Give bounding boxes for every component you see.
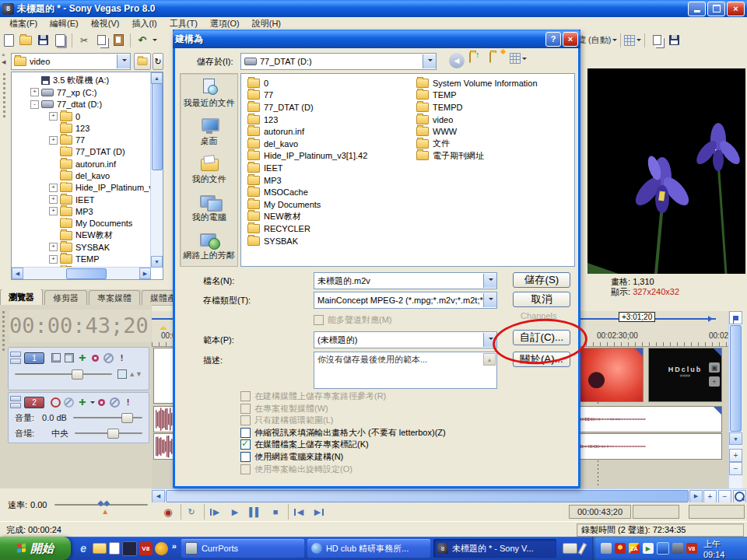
tray-antivirus-icon[interactable] xyxy=(615,543,626,554)
tree-item[interactable]: NEW教材 xyxy=(12,229,163,241)
timeline-horizontal-scrollbar[interactable]: ◀ ▶ + − xyxy=(152,488,747,503)
track-composite-icon[interactable] xyxy=(64,353,74,363)
filename-dropdown-button[interactable] xyxy=(483,274,496,288)
places-bar-item[interactable]: 網路上的芳鄰 xyxy=(181,226,237,264)
quicklaunch-document-icon[interactable] xyxy=(109,542,120,555)
copy-snapshot-icon[interactable] xyxy=(648,32,665,48)
new-folder-button[interactable] xyxy=(489,53,507,68)
quick-launch-overflow-icon[interactable]: » xyxy=(172,541,177,551)
pause-button[interactable]: ▌▌ xyxy=(245,504,265,520)
file-list-item[interactable]: System Volume Information xyxy=(416,77,538,89)
checkbox-icon[interactable] xyxy=(240,464,251,474)
file-list-item[interactable]: autorun.inf xyxy=(247,125,367,138)
tree-item[interactable]: 123 xyxy=(12,122,163,134)
multichannel-checkbox[interactable]: 能多聲道對應(M) xyxy=(314,314,392,326)
up-one-level-button[interactable]: ↑ xyxy=(469,53,486,68)
tree-item[interactable]: autorun.inf xyxy=(12,158,163,170)
tree-vertical-scrollbar[interactable]: ▲ ▼ xyxy=(150,72,163,268)
tree-item[interactable]: + TEMP xyxy=(12,253,163,264)
tray-player-icon[interactable]: ▶ xyxy=(643,543,654,554)
dialog-help-button[interactable]: ? xyxy=(545,32,561,47)
tree-item[interactable]: + 77_xp (C:) xyxy=(12,86,163,98)
composite-level-slider[interactable] xyxy=(15,373,112,375)
play-from-start-button[interactable]: ▶ xyxy=(204,504,225,520)
render-option-checkbox[interactable]: 在專案複製媒體(W) xyxy=(240,403,328,415)
refresh-button[interactable]: ↻ xyxy=(153,53,163,70)
tree-expander[interactable]: + xyxy=(49,243,58,251)
loop-playback-button[interactable]: ↻ xyxy=(181,504,202,520)
automation-settings-icon[interactable] xyxy=(96,397,107,408)
menu-item[interactable]: 工具(T) xyxy=(163,17,204,30)
scroll-left-icon[interactable]: ◀ xyxy=(12,268,23,279)
zoom-out-button[interactable]: − xyxy=(718,490,731,503)
event-corner-handle[interactable] xyxy=(714,407,721,415)
mute-icon[interactable] xyxy=(103,353,114,363)
tree-item[interactable]: + IEET xyxy=(12,194,163,205)
tree-expander[interactable]: + xyxy=(49,184,58,192)
cut-icon[interactable]: ✂ xyxy=(75,32,93,48)
collapse-track-icon[interactable]: ▼ xyxy=(135,370,142,378)
render-option-checkbox[interactable]: 在媒體檔案上儲存專案標記(K) xyxy=(240,439,369,450)
file-list-item[interactable]: 0 xyxy=(247,77,367,89)
dock-tab[interactable]: 媒體產生器 xyxy=(142,290,173,305)
minimize-button[interactable] xyxy=(688,2,706,16)
slider-thumb[interactable] xyxy=(121,413,133,423)
checkbox-icon[interactable] xyxy=(240,439,251,450)
event-fx-icon[interactable]: + xyxy=(709,376,720,387)
dock-tab[interactable]: 瀏覽器 xyxy=(0,289,43,305)
places-bar-item[interactable]: 我的文件 xyxy=(181,150,237,188)
scroll-right-icon[interactable]: ▶ xyxy=(689,490,703,503)
tree-item[interactable]: + Hide_IP_Platinum_v3[1].42 xyxy=(12,182,163,194)
render-option-checkbox[interactable]: 使用專案輸出旋轉設定(O) xyxy=(240,464,352,475)
invert-phase-icon[interactable] xyxy=(64,397,74,408)
bypass-motion-blur-icon[interactable] xyxy=(51,353,61,363)
preview-quality-dropdown[interactable]: 覽 (自動) xyxy=(577,34,611,46)
address-combobox[interactable]: video xyxy=(11,53,131,70)
marker-flag-button[interactable] xyxy=(729,311,742,324)
project-properties-icon[interactable] xyxy=(51,32,68,48)
scrollbar-thumb[interactable] xyxy=(730,325,742,432)
arm-record-icon[interactable] xyxy=(51,397,61,408)
zoom-tool-button[interactable] xyxy=(733,490,746,503)
menu-item[interactable]: 選項(O) xyxy=(204,17,246,30)
up-one-level-button[interactable] xyxy=(134,53,151,70)
tree-expander[interactable]: + xyxy=(49,255,58,264)
tree-item[interactable]: 77_DTAT (D) xyxy=(12,146,163,158)
menu-item[interactable]: 檢視(V) xyxy=(85,17,126,30)
tree-expander[interactable]: - xyxy=(30,100,39,109)
event-pan-crop-icon[interactable]: ▣ xyxy=(709,362,720,373)
menu-item[interactable]: 檔案(F) xyxy=(3,17,44,30)
start-button[interactable]: 開始 xyxy=(0,537,71,560)
taskbar-window-button[interactable]: CurrPorts xyxy=(181,539,304,558)
rate-slider-handle[interactable]: ◆◆ xyxy=(97,499,109,507)
transport-timecode[interactable]: 00:00:43;20 xyxy=(569,505,631,519)
video-event-hdclub[interactable]: HDclub #### ▣ + xyxy=(648,348,722,402)
file-list-item[interactable]: del_kavo xyxy=(247,138,367,150)
expand-track-icon[interactable]: ▲ xyxy=(128,370,135,378)
file-list-item[interactable]: 文件 xyxy=(416,138,538,150)
record-button[interactable]: ◉ xyxy=(158,504,178,520)
stop-button[interactable]: ■ xyxy=(265,504,286,520)
mute-icon[interactable] xyxy=(110,397,120,408)
preview-quality-dropdown-icon[interactable] xyxy=(612,39,617,44)
scrollbar-thumb[interactable] xyxy=(66,268,107,279)
tree-item[interactable]: + SYSBAK xyxy=(12,241,163,253)
file-list-item[interactable]: My Documents xyxy=(247,198,367,211)
paste-icon[interactable] xyxy=(110,32,127,48)
go-to-start-button[interactable]: ◀ xyxy=(288,504,309,520)
volume-slider[interactable] xyxy=(73,417,142,418)
taskbar-window-button[interactable]: 8 未標題的 * - Sony V... xyxy=(433,539,556,558)
zoom-in-button[interactable]: + xyxy=(703,490,717,503)
tree-item[interactable]: + 77 xyxy=(12,134,163,145)
view-menu-button[interactable] xyxy=(510,53,527,64)
automation-settings-icon[interactable] xyxy=(90,353,100,363)
file-list-item[interactable]: 77 xyxy=(247,89,367,102)
scrollbar-thumb[interactable] xyxy=(152,83,163,170)
zoom-in-vertical-button[interactable]: + xyxy=(729,449,742,462)
file-list-item[interactable]: RECYCLER xyxy=(247,222,367,235)
dialog-close-button[interactable]: × xyxy=(563,32,578,47)
pen-input-icon[interactable] xyxy=(578,542,587,555)
taskbar-window-button[interactable]: HD club 精研事務所... xyxy=(307,539,430,558)
dock-tab[interactable]: 修剪器 xyxy=(44,290,87,305)
file-list-item[interactable]: video xyxy=(416,114,538,126)
